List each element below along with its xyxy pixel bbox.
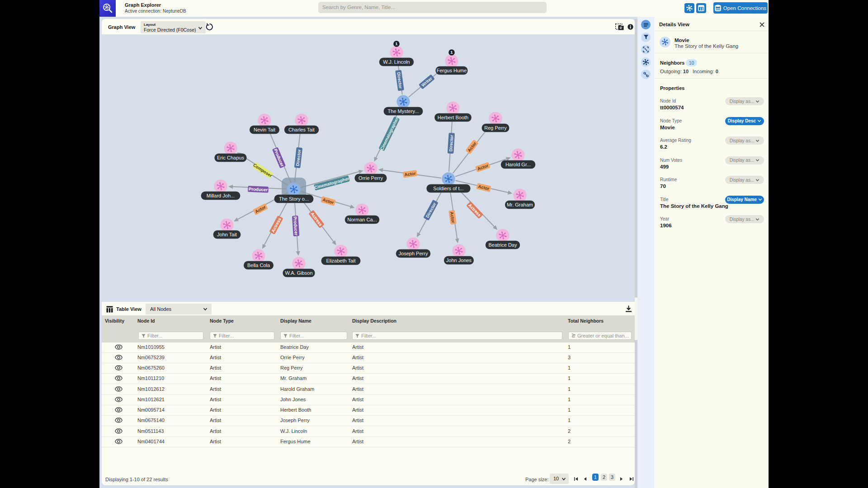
- svg-text:Herbert Booth: Herbert Booth: [438, 115, 468, 120]
- svg-text:W.A. Gibson: W.A. Gibson: [285, 270, 312, 276]
- svg-text:Cinematographer: Cinematographer: [379, 117, 400, 151]
- svg-text:The Mystery...: The Mystery...: [388, 108, 419, 114]
- svg-text:John Jones: John Jones: [446, 258, 472, 263]
- svg-text:Director: Director: [448, 135, 454, 152]
- svg-text:John Tait: John Tait: [217, 232, 237, 237]
- svg-text:W.J. Lincoln: W.J. Lincoln: [383, 59, 410, 65]
- svg-text:Actress: Actress: [467, 202, 482, 217]
- svg-text:Mr. Graham: Mr. Graham: [507, 202, 533, 207]
- svg-text:Beatrice Day: Beatrice Day: [489, 242, 517, 248]
- svg-text:Composer: Composer: [252, 162, 273, 178]
- svg-text:Eric Chapus: Eric Chapus: [217, 155, 244, 160]
- svg-text:Reg Perry: Reg Perry: [484, 125, 507, 131]
- svg-text:Actress: Actress: [310, 211, 323, 227]
- svg-text:Millard Joh...: Millard Joh...: [207, 193, 235, 198]
- svg-text:Harold Gr...: Harold Gr...: [505, 162, 531, 167]
- svg-text:Producer: Producer: [249, 186, 268, 192]
- svg-text:Norman Ca...: Norman Ca...: [347, 217, 377, 222]
- svg-text:The Story o...: The Story o...: [279, 196, 309, 202]
- svg-text:Nevin Tait: Nevin Tait: [254, 127, 275, 132]
- svg-text:Fergus Hume: Fergus Hume: [437, 68, 467, 73]
- svg-text:Joseph Perry: Joseph Perry: [399, 251, 428, 256]
- svg-text:Orrie Perry: Orrie Perry: [359, 175, 383, 181]
- svg-text:1: 1: [450, 50, 453, 55]
- svg-text:Elizabeth Tait: Elizabeth Tait: [326, 258, 355, 263]
- svg-text:Charles Tait: Charles Tait: [288, 127, 315, 132]
- svg-text:Cinematographer: Cinematographer: [314, 176, 350, 190]
- svg-text:1: 1: [395, 41, 398, 46]
- svg-text:Bella Cola: Bella Cola: [247, 263, 270, 268]
- svg-text:Soldiers of t...: Soldiers of t...: [433, 186, 463, 191]
